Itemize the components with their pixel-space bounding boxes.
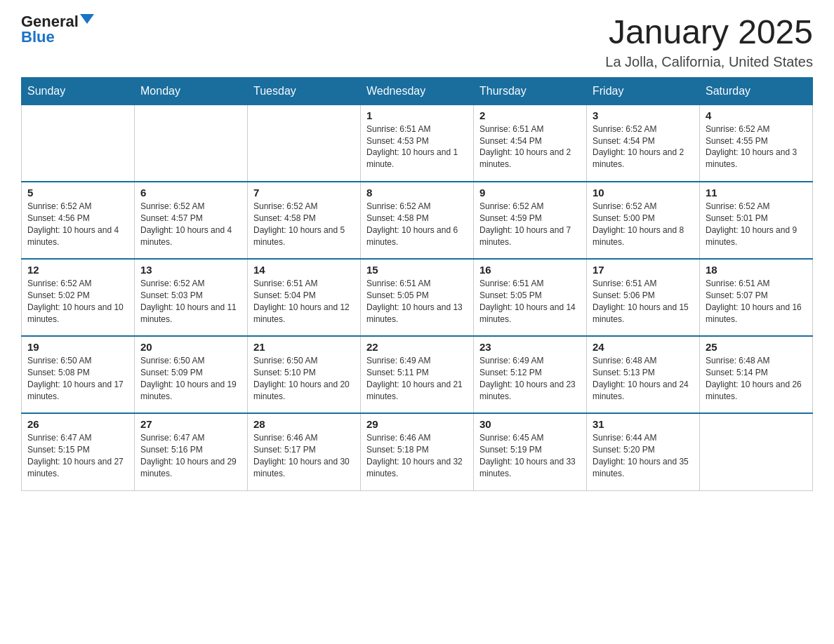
day-cell: 22Sunrise: 6:49 AMSunset: 5:11 PMDayligh… — [361, 336, 474, 413]
day-cell: 1Sunrise: 6:51 AMSunset: 4:53 PMDaylight… — [361, 105, 474, 182]
day-info: Sunrise: 6:52 AMSunset: 4:55 PMDaylight:… — [706, 123, 807, 170]
day-cell: 7Sunrise: 6:52 AMSunset: 4:58 PMDaylight… — [248, 182, 361, 259]
day-cell: 27Sunrise: 6:47 AMSunset: 5:16 PMDayligh… — [135, 413, 248, 490]
day-info: Sunrise: 6:52 AMSunset: 4:58 PMDaylight:… — [366, 201, 468, 248]
calendar-table: SundayMondayTuesdayWednesdayThursdayFrid… — [21, 77, 813, 491]
logo-blue-text: Blue — [21, 29, 94, 45]
day-cell: 6Sunrise: 6:52 AMSunset: 4:57 PMDaylight… — [135, 182, 248, 259]
day-number: 15 — [366, 264, 468, 276]
day-info: Sunrise: 6:52 AMSunset: 4:56 PMDaylight:… — [27, 201, 128, 248]
day-info: Sunrise: 6:52 AMSunset: 5:02 PMDaylight:… — [27, 278, 128, 325]
header-cell-thursday: Thursday — [474, 77, 587, 105]
day-cell: 19Sunrise: 6:50 AMSunset: 5:08 PMDayligh… — [22, 336, 135, 413]
day-number: 7 — [253, 187, 355, 199]
day-info: Sunrise: 6:46 AMSunset: 5:18 PMDaylight:… — [366, 432, 468, 479]
day-number: 18 — [706, 264, 807, 276]
header-cell-sunday: Sunday — [22, 77, 135, 105]
day-info: Sunrise: 6:52 AMSunset: 5:03 PMDaylight:… — [140, 278, 241, 325]
day-cell: 15Sunrise: 6:51 AMSunset: 5:05 PMDayligh… — [361, 259, 474, 336]
day-cell: 10Sunrise: 6:52 AMSunset: 5:00 PMDayligh… — [587, 182, 700, 259]
week-row-4: 19Sunrise: 6:50 AMSunset: 5:08 PMDayligh… — [22, 336, 813, 413]
day-cell: 29Sunrise: 6:46 AMSunset: 5:18 PMDayligh… — [361, 413, 474, 490]
day-number: 25 — [706, 341, 807, 353]
title-area: January 2025 La Jolla, California, Unite… — [605, 14, 813, 70]
day-cell — [135, 105, 248, 182]
day-number: 27 — [140, 418, 241, 430]
header-cell-monday: Monday — [135, 77, 248, 105]
day-cell: 13Sunrise: 6:52 AMSunset: 5:03 PMDayligh… — [135, 259, 248, 336]
day-number: 8 — [366, 187, 468, 199]
day-cell: 30Sunrise: 6:45 AMSunset: 5:19 PMDayligh… — [474, 413, 587, 490]
week-row-2: 5Sunrise: 6:52 AMSunset: 4:56 PMDaylight… — [22, 182, 813, 259]
day-info: Sunrise: 6:52 AMSunset: 4:57 PMDaylight:… — [140, 201, 241, 248]
day-cell — [700, 413, 813, 490]
day-cell: 28Sunrise: 6:46 AMSunset: 5:17 PMDayligh… — [248, 413, 361, 490]
day-cell: 14Sunrise: 6:51 AMSunset: 5:04 PMDayligh… — [248, 259, 361, 336]
day-info: Sunrise: 6:50 AMSunset: 5:09 PMDaylight:… — [140, 355, 241, 402]
logo: General Blue — [21, 14, 94, 45]
header-cell-saturday: Saturday — [700, 77, 813, 105]
day-number: 17 — [593, 264, 694, 276]
day-info: Sunrise: 6:48 AMSunset: 5:13 PMDaylight:… — [593, 355, 694, 402]
logo-triangle-icon — [80, 14, 94, 24]
day-number: 29 — [366, 418, 468, 430]
day-cell: 18Sunrise: 6:51 AMSunset: 5:07 PMDayligh… — [700, 259, 813, 336]
day-number: 3 — [593, 109, 694, 121]
week-row-5: 26Sunrise: 6:47 AMSunset: 5:15 PMDayligh… — [22, 413, 813, 490]
day-number: 23 — [479, 341, 581, 353]
calendar-body: 1Sunrise: 6:51 AMSunset: 4:53 PMDaylight… — [22, 105, 813, 490]
day-number: 5 — [27, 187, 128, 199]
day-info: Sunrise: 6:46 AMSunset: 5:17 PMDaylight:… — [253, 432, 355, 479]
day-number: 11 — [706, 187, 807, 199]
day-info: Sunrise: 6:52 AMSunset: 5:01 PMDaylight:… — [706, 201, 807, 248]
day-cell: 4Sunrise: 6:52 AMSunset: 4:55 PMDaylight… — [700, 105, 813, 182]
day-info: Sunrise: 6:51 AMSunset: 5:05 PMDaylight:… — [366, 278, 468, 325]
day-number: 20 — [140, 341, 241, 353]
day-info: Sunrise: 6:51 AMSunset: 4:53 PMDaylight:… — [366, 123, 468, 170]
header-cell-wednesday: Wednesday — [361, 77, 474, 105]
day-number: 10 — [593, 187, 694, 199]
day-cell: 9Sunrise: 6:52 AMSunset: 4:59 PMDaylight… — [474, 182, 587, 259]
day-number: 19 — [27, 341, 128, 353]
day-number: 21 — [253, 341, 355, 353]
day-cell: 24Sunrise: 6:48 AMSunset: 5:13 PMDayligh… — [587, 336, 700, 413]
day-cell — [248, 105, 361, 182]
day-info: Sunrise: 6:52 AMSunset: 5:00 PMDaylight:… — [593, 201, 694, 248]
day-number: 26 — [27, 418, 128, 430]
week-row-3: 12Sunrise: 6:52 AMSunset: 5:02 PMDayligh… — [22, 259, 813, 336]
day-info: Sunrise: 6:49 AMSunset: 5:12 PMDaylight:… — [479, 355, 581, 402]
day-info: Sunrise: 6:47 AMSunset: 5:16 PMDaylight:… — [140, 432, 241, 479]
day-number: 6 — [140, 187, 241, 199]
day-info: Sunrise: 6:51 AMSunset: 5:05 PMDaylight:… — [479, 278, 581, 325]
day-info: Sunrise: 6:47 AMSunset: 5:15 PMDaylight:… — [27, 432, 128, 479]
day-cell: 23Sunrise: 6:49 AMSunset: 5:12 PMDayligh… — [474, 336, 587, 413]
day-cell: 21Sunrise: 6:50 AMSunset: 5:10 PMDayligh… — [248, 336, 361, 413]
header-cell-friday: Friday — [587, 77, 700, 105]
day-info: Sunrise: 6:51 AMSunset: 5:07 PMDaylight:… — [706, 278, 807, 325]
day-cell: 31Sunrise: 6:44 AMSunset: 5:20 PMDayligh… — [587, 413, 700, 490]
day-info: Sunrise: 6:51 AMSunset: 5:06 PMDaylight:… — [593, 278, 694, 325]
day-info: Sunrise: 6:51 AMSunset: 5:04 PMDaylight:… — [253, 278, 355, 325]
calendar-header: SundayMondayTuesdayWednesdayThursdayFrid… — [22, 77, 813, 105]
day-cell: 3Sunrise: 6:52 AMSunset: 4:54 PMDaylight… — [587, 105, 700, 182]
day-info: Sunrise: 6:50 AMSunset: 5:08 PMDaylight:… — [27, 355, 128, 402]
day-cell: 8Sunrise: 6:52 AMSunset: 4:58 PMDaylight… — [361, 182, 474, 259]
day-number: 16 — [479, 264, 581, 276]
day-number: 9 — [479, 187, 581, 199]
day-cell: 26Sunrise: 6:47 AMSunset: 5:15 PMDayligh… — [22, 413, 135, 490]
day-number: 24 — [593, 341, 694, 353]
day-cell — [22, 105, 135, 182]
header-cell-tuesday: Tuesday — [248, 77, 361, 105]
day-cell: 2Sunrise: 6:51 AMSunset: 4:54 PMDaylight… — [474, 105, 587, 182]
day-cell: 17Sunrise: 6:51 AMSunset: 5:06 PMDayligh… — [587, 259, 700, 336]
day-cell: 20Sunrise: 6:50 AMSunset: 5:09 PMDayligh… — [135, 336, 248, 413]
day-number: 13 — [140, 264, 241, 276]
day-number: 12 — [27, 264, 128, 276]
day-cell: 25Sunrise: 6:48 AMSunset: 5:14 PMDayligh… — [700, 336, 813, 413]
day-info: Sunrise: 6:45 AMSunset: 5:19 PMDaylight:… — [479, 432, 581, 479]
day-info: Sunrise: 6:44 AMSunset: 5:20 PMDaylight:… — [593, 432, 694, 479]
day-number: 2 — [479, 109, 581, 121]
page-header: General Blue January 2025 La Jolla, Cali… — [21, 14, 813, 70]
day-cell: 12Sunrise: 6:52 AMSunset: 5:02 PMDayligh… — [22, 259, 135, 336]
logo-general-text: General — [21, 14, 79, 29]
